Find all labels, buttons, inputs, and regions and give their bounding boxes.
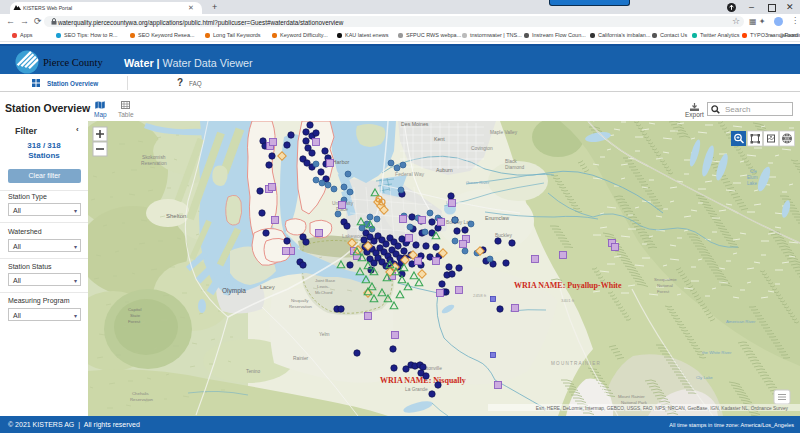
svg-text:Cly Lake: Cly Lake <box>696 375 713 380</box>
svg-text:Diamond: Diamond <box>505 165 525 170</box>
svg-text:Esri, HERE, DeLorme, Intermap,: Esri, HERE, DeLorme, Intermap, GEBCO, US… <box>536 406 789 411</box>
svg-text:American River: American River <box>726 319 756 324</box>
svg-text:Enumclaw: Enumclaw <box>485 215 509 221</box>
svg-text:Tenino: Tenino <box>246 369 260 374</box>
svg-text:WRIA NAME: Puyallup-White: WRIA NAME: Puyallup-White <box>514 281 622 290</box>
svg-text:Reservation: Reservation <box>130 397 154 402</box>
svg-text:Olympia: Olympia <box>222 287 246 295</box>
svg-text:3401 ft: 3401 ft <box>561 298 575 303</box>
svg-text:Green River: Green River <box>466 180 490 185</box>
svg-text:Forest: Forest <box>657 289 670 294</box>
svg-text:Rainier: Rainier <box>293 356 309 361</box>
svg-text:M O U N T R A I N I E R: M O U N T R A I N I E R <box>551 361 601 366</box>
svg-text:Shelton: Shelton <box>166 213 186 219</box>
svg-text:Lewis-: Lewis- <box>317 284 330 289</box>
svg-text:National: National <box>657 283 673 288</box>
svg-text:Reservation: Reservation <box>289 304 313 309</box>
svg-text:Federal Way: Federal Way <box>395 171 425 177</box>
svg-text:Capitol: Capitol <box>128 307 141 312</box>
svg-text:Lake: Lake <box>747 181 757 186</box>
svg-text:La Grande: La Grande <box>405 387 428 392</box>
svg-text:Lacey: Lacey <box>260 284 275 290</box>
svg-text:Chehalis: Chehalis <box>132 391 149 396</box>
svg-text:Auburn: Auburn <box>436 167 453 173</box>
svg-text:McChord: McChord <box>315 290 333 295</box>
svg-text:Elum: Elum <box>747 175 758 180</box>
svg-text:2458 ft: 2458 ft <box>473 293 487 298</box>
svg-text:Nisqually: Nisqually <box>291 298 309 303</box>
svg-text:Des Moines: Des Moines <box>401 121 429 127</box>
svg-text:Mount Rainier: Mount Rainier <box>618 394 645 399</box>
svg-text:Maple Valley: Maple Valley <box>490 130 518 135</box>
svg-text:Yelm: Yelm <box>319 332 330 337</box>
svg-text:Skokomish: Skokomish <box>142 155 166 160</box>
svg-text:Covington: Covington <box>471 146 493 151</box>
svg-text:Forest: Forest <box>128 319 141 324</box>
svg-text:State: State <box>130 313 141 318</box>
svg-text:Snoqualmie: Snoqualmie <box>654 277 677 282</box>
svg-text:Joint Base: Joint Base <box>315 278 336 283</box>
svg-text:Reservation: Reservation <box>141 161 167 166</box>
svg-text:Buckley: Buckley <box>495 233 512 238</box>
svg-text:the White River: the White River <box>702 350 732 355</box>
svg-text:Cle: Cle <box>750 169 757 174</box>
svg-text:Black: Black <box>505 159 517 164</box>
svg-text:Kent: Kent <box>434 136 445 142</box>
